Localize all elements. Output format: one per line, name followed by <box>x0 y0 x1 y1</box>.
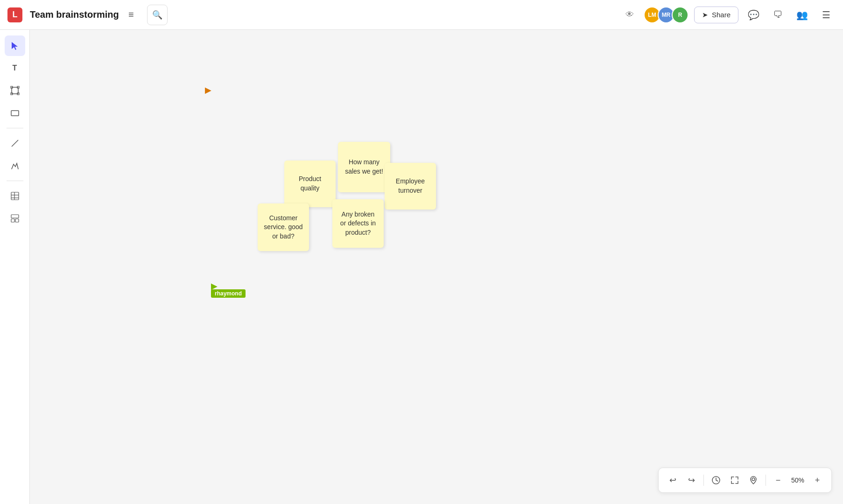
sticky-note-broken-defects[interactable]: Any broken or defects in product? <box>332 199 384 248</box>
header: L Team brainstorming ≡ 🔍 👁 LM MR R ➤ Sha… <box>0 0 843 30</box>
rect-icon <box>10 108 20 118</box>
svg-rect-6 <box>11 111 19 116</box>
line-icon <box>10 139 20 148</box>
sticky-note-customer-service-text: Customer service. good or bad? <box>263 214 303 241</box>
history-icon <box>711 476 721 485</box>
logo: L <box>7 7 22 22</box>
list-button[interactable]: ☰ <box>817 6 836 24</box>
sticky-note-customer-service[interactable]: Customer service. good or bad? <box>258 203 309 251</box>
canvas[interactable]: Product quality How many sales we get! E… <box>30 30 843 504</box>
fullscreen-button[interactable] <box>726 472 743 489</box>
svg-rect-13 <box>11 219 14 222</box>
chat-button[interactable]: 💬 <box>744 6 763 24</box>
rect-tool-button[interactable] <box>5 103 25 123</box>
sidebar: T <box>0 30 30 504</box>
sticky-note-broken-defects-text: Any broken or defects in product? <box>338 210 378 238</box>
sticky-note-how-many-sales-text: How many sales we get! <box>344 158 385 176</box>
collaborator-avatars: LM MR R <box>644 7 688 23</box>
zoom-level-display: 50% <box>788 476 807 484</box>
fullscreen-icon <box>730 476 739 485</box>
zoom-out-button[interactable]: − <box>770 472 787 489</box>
frame-tool-button[interactable] <box>5 80 25 101</box>
sticky-note-product-quality[interactable]: Product quality <box>284 161 336 207</box>
sticky-note-how-many-sales[interactable]: How many sales we get! <box>338 142 390 192</box>
share-icon: ➤ <box>702 11 708 19</box>
svg-line-7 <box>12 140 18 147</box>
avatar-r: R <box>672 7 688 23</box>
share-button[interactable]: ➤ Share <box>694 7 738 23</box>
location-icon <box>749 476 758 485</box>
share-label: Share <box>712 11 731 19</box>
draw-tool-button[interactable] <box>5 155 25 176</box>
layout-icon <box>10 214 20 223</box>
people-button[interactable]: 👥 <box>793 6 811 24</box>
undo-button[interactable]: ↩ <box>664 472 681 489</box>
page-title: Team brainstorming <box>30 9 119 20</box>
draw-icon <box>10 161 20 170</box>
text-icon: T <box>13 64 17 72</box>
svg-point-16 <box>752 478 755 481</box>
menu-button[interactable]: ≡ <box>123 7 140 23</box>
select-icon <box>10 41 20 50</box>
header-right: 👁 LM MR R ➤ Share 💬 🗨 👥 ☰ <box>621 6 836 24</box>
bottom-divider-2 <box>766 475 766 486</box>
svg-marker-0 <box>12 42 18 50</box>
sticky-note-product-quality-text: Product quality <box>290 175 330 193</box>
cursor-rhaymond: ▶ rhaymond <box>211 282 246 298</box>
sticky-note-employee-turnover[interactable]: Employee turnover <box>385 163 436 210</box>
sticky-note-employee-turnover-text: Employee turnover <box>390 177 430 195</box>
search-button[interactable]: 🔍 <box>147 5 168 25</box>
preview-button[interactable]: 👁 <box>621 7 638 23</box>
bottom-toolbar: ↩ ↪ − 50% + <box>658 468 832 493</box>
bottom-divider-1 <box>703 475 704 486</box>
location-button[interactable] <box>745 472 762 489</box>
line-tool-button[interactable] <box>5 133 25 154</box>
svg-rect-12 <box>11 215 19 218</box>
history-button[interactable] <box>708 472 724 489</box>
frame-icon <box>10 86 20 95</box>
cursor-username-label: rhaymond <box>211 289 246 298</box>
redo-button[interactable]: ↪ <box>683 472 700 489</box>
comment-button[interactable]: 🗨 <box>768 6 787 24</box>
layout-tool-button[interactable] <box>5 208 25 229</box>
select-tool-button[interactable] <box>5 35 25 56</box>
svg-rect-14 <box>15 219 19 222</box>
table-tool-button[interactable] <box>5 186 25 206</box>
table-icon <box>10 191 20 201</box>
svg-rect-8 <box>11 192 19 200</box>
zoom-in-button[interactable]: + <box>809 472 826 489</box>
sidebar-divider-1 <box>7 128 23 128</box>
text-tool-button[interactable]: T <box>5 58 25 78</box>
header-left: L Team brainstorming ≡ 🔍 <box>7 5 168 25</box>
cursor-pointer-orange: ▶ <box>205 85 211 95</box>
sidebar-divider-2 <box>7 181 23 181</box>
